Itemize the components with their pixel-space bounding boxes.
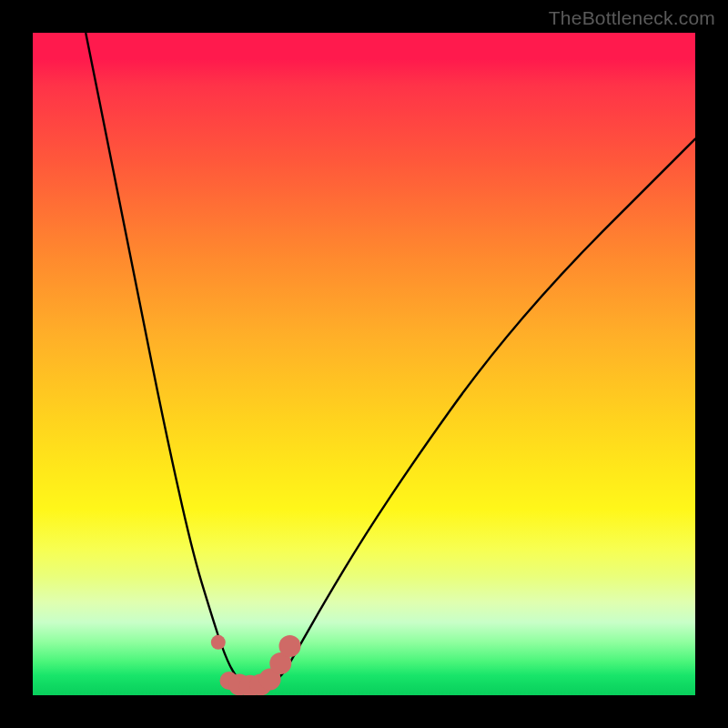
- highlight-markers: [211, 635, 301, 695]
- chart-frame: TheBottleneck.com: [0, 0, 728, 728]
- bottleneck-curve: [86, 33, 695, 689]
- plot-area: [33, 33, 695, 695]
- chart-svg: [33, 33, 695, 695]
- highlight-point: [211, 635, 226, 650]
- highlight-point: [279, 635, 301, 657]
- watermark: TheBottleneck.com: [549, 7, 715, 29]
